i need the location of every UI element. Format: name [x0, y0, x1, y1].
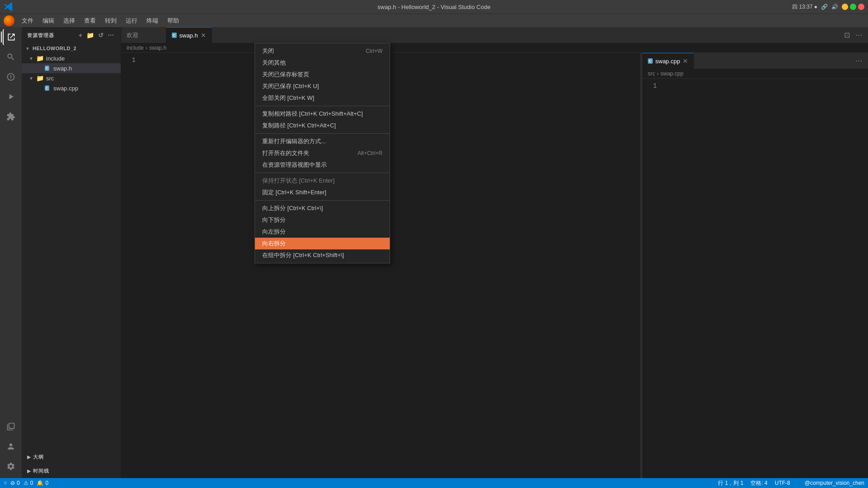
- ctx-split-up-label: 向上拆分 [Ctrl+K Ctrl+\]: [262, 204, 323, 212]
- ctx-split-left[interactable]: 向左拆分: [255, 226, 390, 238]
- ctx-split-up[interactable]: 向上拆分 [Ctrl+K Ctrl+\]: [255, 202, 390, 214]
- ctx-close-saved-tabs[interactable]: 关闭已保存标签页: [255, 69, 390, 80]
- sidebar-header: 资源管理器 + 📁 ↺ ⋯: [22, 27, 121, 43]
- tab-swap-h-close[interactable]: ✕: [201, 32, 206, 39]
- ctx-reveal-in-tree-label: 在资源管理器视图中显示: [262, 161, 327, 169]
- encoding-label: UTF-8: [775, 480, 790, 486]
- tab-bar-left: 欢迎 C swap.h ✕ ⊡ ⋯: [121, 27, 868, 43]
- menu-help[interactable]: 帮助: [164, 15, 183, 26]
- window-controls[interactable]: [842, 4, 864, 10]
- ctx-close-shortcut: Ctrl+W: [366, 48, 382, 54]
- ctx-reopen-editor[interactable]: 重新打开编辑器的方式...: [255, 136, 390, 147]
- activity-settings[interactable]: [3, 458, 19, 474]
- right-code-content[interactable]: [660, 82, 862, 474]
- warning-count: 0: [30, 480, 33, 486]
- tree-root-label: HELLOWORLD_2: [33, 46, 76, 51]
- menu-view[interactable]: 查看: [80, 15, 99, 26]
- menu-edit[interactable]: 编辑: [39, 15, 58, 26]
- collapse-icon[interactable]: ⋯: [107, 31, 115, 40]
- maximize-button[interactable]: [850, 4, 856, 10]
- menu-goto[interactable]: 转到: [101, 15, 120, 26]
- editor-area: 欢迎 C swap.h ✕ ⊡ ⋯ include › swap.h: [121, 27, 868, 478]
- close-button[interactable]: [858, 4, 864, 10]
- ctx-open-in-folder[interactable]: 打开所在的文件夹 Alt+Ctrl+R: [255, 147, 390, 159]
- menu-file[interactable]: 文件: [18, 15, 37, 26]
- activity-remote[interactable]: [3, 418, 19, 435]
- menubar: 文件 编辑 选择 查看 转到 运行 终端 帮助: [0, 14, 868, 27]
- tab-welcome-label: 欢迎: [127, 31, 138, 39]
- ctx-copy-rel-path[interactable]: 复制相对路径 [Ctrl+K Ctrl+Shift+Alt+C]: [255, 108, 390, 120]
- statusbar-spaces[interactable]: 空格: 4: [750, 479, 767, 487]
- activity-git[interactable]: [3, 69, 19, 85]
- right-more-actions-icon[interactable]: ⋯: [854, 56, 864, 66]
- ctx-sep-4: [255, 200, 390, 201]
- activity-explorer[interactable]: [3, 29, 19, 45]
- ctx-pin[interactable]: 固定 [Ctrl+K Shift+Enter]: [255, 187, 390, 198]
- titlebar-left: [4, 2, 14, 12]
- statusbar-cursor[interactable]: 行 1，列 1: [718, 479, 743, 487]
- notification-icon: 🔔: [37, 480, 43, 486]
- ctx-close[interactable]: 关闭 Ctrl+W: [255, 45, 390, 57]
- tree-file-swap-h[interactable]: ▶ C swap.h: [22, 63, 121, 73]
- activity-search[interactable]: [3, 49, 19, 65]
- tree-file-swap-cpp[interactable]: ▶ C swap.cpp: [22, 83, 121, 93]
- ctx-split-right[interactable]: 向右拆分: [255, 238, 390, 249]
- breadcrumb-swap-h[interactable]: swap.h: [149, 45, 166, 51]
- ctx-close-unsaved[interactable]: 关闭已保存 [Ctrl+K U]: [255, 80, 390, 92]
- main-area: 资源管理器 + 📁 ↺ ⋯ ▼ HELLOWORLD_2 ▼ 📁 include: [0, 27, 868, 478]
- outline-header[interactable]: ▶ 大纲: [22, 452, 121, 462]
- tree-root-helloworld2[interactable]: ▼ HELLOWORLD_2: [22, 43, 121, 53]
- settings-icon: [6, 462, 15, 471]
- activity-extensions[interactable]: [3, 108, 19, 125]
- statusbar-notification[interactable]: 🔔 0: [37, 480, 48, 486]
- tab-welcome[interactable]: 欢迎: [121, 27, 166, 43]
- ctx-reopen-editor-label: 重新打开编辑器的方式...: [262, 137, 326, 145]
- ctx-split-down[interactable]: 向下拆分: [255, 214, 390, 226]
- ctx-copy-path[interactable]: 复制路径 [Ctrl+K Ctrl+Alt+C]: [255, 120, 390, 131]
- ctx-split-in-group[interactable]: 在组中拆分 [Ctrl+K Ctrl+Shift+\]: [255, 249, 390, 261]
- sidebar-title: 资源管理器: [27, 32, 54, 39]
- right-scrollbar[interactable]: [862, 82, 868, 474]
- new-file-icon[interactable]: +: [78, 31, 84, 40]
- ctx-close-all[interactable]: 全部关闭 [Ctrl+K W]: [255, 92, 390, 104]
- tree-folder-include[interactable]: ▼ 📁 include: [22, 53, 121, 63]
- ctx-open-in-folder-shortcut: Alt+Ctrl+R: [358, 150, 382, 156]
- statusbar-branch[interactable]: ⑂: [4, 480, 7, 486]
- ctx-copy-rel-path-label: 复制相对路径 [Ctrl+K Ctrl+Shift+Alt+C]: [262, 110, 363, 118]
- statusbar-errors[interactable]: ⊘ 0 ⚠ 0: [10, 480, 33, 486]
- ctx-close-others[interactable]: 关闭其他: [255, 57, 390, 69]
- system-time: 四 13:37 ●: [792, 3, 817, 11]
- refresh-icon[interactable]: ↺: [97, 31, 105, 40]
- ctx-reveal-in-tree[interactable]: 在资源管理器视图中显示: [255, 159, 390, 171]
- statusbar-username[interactable]: @computer_vision_chen: [805, 480, 864, 486]
- menu-terminal[interactable]: 终端: [143, 15, 162, 26]
- more-actions-icon[interactable]: ⋯: [854, 30, 864, 40]
- folder-arrow-icon: ▼: [29, 56, 36, 61]
- breadcrumb-src[interactable]: src: [648, 70, 655, 77]
- statusbar-encoding[interactable]: UTF-8: [775, 480, 790, 486]
- run-icon: [6, 92, 15, 101]
- timeline-header[interactable]: ▶ 时间线: [22, 466, 121, 476]
- breadcrumb-include[interactable]: include: [127, 45, 144, 51]
- activity-account[interactable]: [3, 438, 19, 455]
- breadcrumb-swap-cpp[interactable]: swap.cpp: [660, 70, 684, 77]
- split-editor-icon[interactable]: ⊡: [842, 30, 852, 40]
- file-swap-cpp-label: swap.cpp: [53, 85, 78, 92]
- activity-run[interactable]: [3, 89, 19, 105]
- minimize-button[interactable]: [842, 4, 848, 10]
- ctx-close-others-label: 关闭其他: [262, 59, 286, 67]
- new-folder-icon[interactable]: 📁: [85, 31, 95, 40]
- tab-swap-h[interactable]: C swap.h ✕: [166, 27, 212, 43]
- tree-folder-src[interactable]: ▼ 📁 src: [22, 73, 121, 83]
- left-scrollbar[interactable]: [634, 56, 640, 474]
- right-editor-panel: C swap.cpp ✕ ⋯ src › swap.cpp: [642, 53, 868, 478]
- right-code-editor: 1: [642, 79, 868, 478]
- tab-swap-cpp[interactable]: C swap.cpp ✕: [642, 53, 694, 69]
- tab-swap-cpp-close[interactable]: ✕: [683, 57, 688, 65]
- menu-run[interactable]: 运行: [122, 15, 141, 26]
- file-swap-h-label: swap.h: [53, 65, 72, 72]
- ctx-close-label: 关闭: [262, 47, 274, 55]
- menu-select[interactable]: 选择: [60, 15, 79, 26]
- activity-bar-top: [3, 29, 19, 418]
- file-tree: ▼ HELLOWORLD_2 ▼ 📁 include ▶ C swap.h ▼ …: [22, 43, 121, 93]
